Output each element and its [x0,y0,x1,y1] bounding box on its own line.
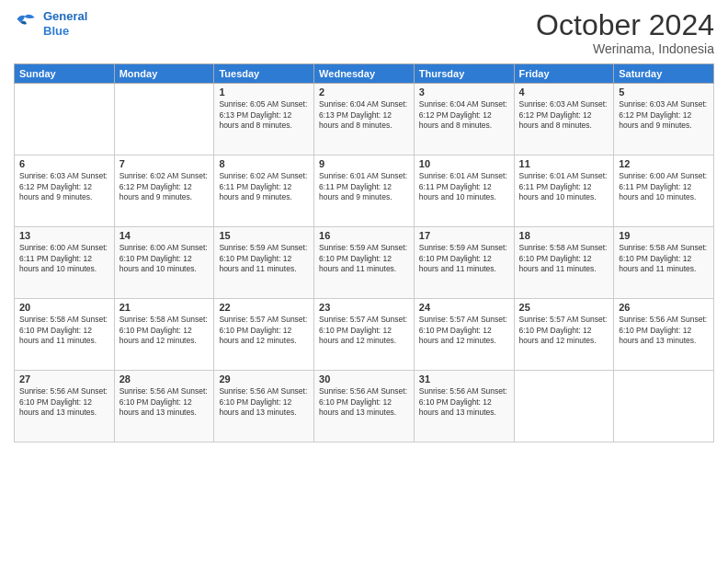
logo-general: General [43,9,87,23]
day-number: 18 [519,230,609,241]
day-cell: 29Sunrise: 5:56 AM Sunset: 6:10 PM Dayli… [214,371,314,442]
day-number: 9 [319,158,409,169]
column-header-saturday: Saturday [614,64,714,84]
day-info: Sunrise: 6:01 AM Sunset: 6:11 PM Dayligh… [519,171,609,202]
day-cell: 30Sunrise: 5:56 AM Sunset: 6:10 PM Dayli… [314,371,415,442]
day-number: 21 [119,302,210,313]
day-number: 11 [519,158,609,169]
day-info: Sunrise: 6:04 AM Sunset: 6:13 PM Dayligh… [319,99,409,131]
day-info: Sunrise: 5:56 AM Sunset: 6:10 PM Dayligh… [219,386,309,418]
day-cell: 4Sunrise: 6:03 AM Sunset: 6:12 PM Daylig… [514,84,614,155]
day-number: 22 [219,302,309,313]
day-number: 28 [119,373,210,385]
day-info: Sunrise: 5:57 AM Sunset: 6:10 PM Dayligh… [319,315,409,346]
day-number: 29 [219,373,309,385]
column-header-tuesday: Tuesday [214,64,314,84]
day-number: 5 [619,86,709,98]
logo: General Blue [14,9,87,38]
day-info: Sunrise: 6:04 AM Sunset: 6:12 PM Dayligh… [419,99,509,131]
logo-icon [14,11,40,37]
day-cell: 12Sunrise: 6:00 AM Sunset: 6:11 PM Dayli… [614,155,714,227]
calendar-table: SundayMondayTuesdayWednesdayThursdayFrid… [14,63,714,442]
day-info: Sunrise: 5:57 AM Sunset: 6:10 PM Dayligh… [519,315,609,346]
day-number: 17 [419,230,509,241]
day-cell: 26Sunrise: 5:56 AM Sunset: 6:10 PM Dayli… [614,299,714,371]
day-info: Sunrise: 5:56 AM Sunset: 6:10 PM Dayligh… [619,315,709,346]
day-cell: 9Sunrise: 6:01 AM Sunset: 6:11 PM Daylig… [314,155,415,227]
day-cell: 2Sunrise: 6:04 AM Sunset: 6:13 PM Daylig… [314,84,415,155]
column-header-wednesday: Wednesday [314,64,415,84]
day-number: 24 [419,302,509,313]
day-info: Sunrise: 5:56 AM Sunset: 6:10 PM Dayligh… [19,386,109,418]
day-info: Sunrise: 5:58 AM Sunset: 6:10 PM Dayligh… [619,243,709,274]
day-number: 20 [19,302,109,313]
day-info: Sunrise: 5:59 AM Sunset: 6:10 PM Dayligh… [219,243,309,274]
day-info: Sunrise: 6:02 AM Sunset: 6:11 PM Dayligh… [219,171,309,202]
day-cell: 24Sunrise: 5:57 AM Sunset: 6:10 PM Dayli… [414,299,514,371]
day-cell: 25Sunrise: 5:57 AM Sunset: 6:10 PM Dayli… [514,299,614,371]
day-info: Sunrise: 6:00 AM Sunset: 6:11 PM Dayligh… [19,243,109,274]
day-number: 16 [319,230,409,241]
day-number: 13 [19,230,109,241]
day-cell: 3Sunrise: 6:04 AM Sunset: 6:12 PM Daylig… [414,84,514,155]
day-number: 19 [619,230,709,241]
day-info: Sunrise: 5:57 AM Sunset: 6:10 PM Dayligh… [419,315,509,346]
day-info: Sunrise: 5:57 AM Sunset: 6:10 PM Dayligh… [219,315,309,346]
day-number: 6 [19,158,109,169]
day-number: 31 [419,373,509,385]
day-number: 10 [419,158,509,169]
title-area: October 2024 Werinama, Indonesia [536,9,714,56]
day-info: Sunrise: 6:01 AM Sunset: 6:11 PM Dayligh… [419,171,509,202]
day-number: 7 [119,158,210,169]
day-number: 8 [219,158,309,169]
day-number: 4 [519,86,609,98]
day-cell: 27Sunrise: 5:56 AM Sunset: 6:10 PM Dayli… [15,371,115,442]
page: General Blue October 2024 Werinama, Indo… [0,0,728,563]
day-info: Sunrise: 5:56 AM Sunset: 6:10 PM Dayligh… [419,386,509,418]
column-header-friday: Friday [514,64,614,84]
day-cell: 21Sunrise: 5:58 AM Sunset: 6:10 PM Dayli… [114,299,214,371]
logo-blue: Blue [43,24,69,38]
day-cell: 11Sunrise: 6:01 AM Sunset: 6:11 PM Dayli… [514,155,614,227]
day-cell: 14Sunrise: 6:00 AM Sunset: 6:10 PM Dayli… [114,227,214,299]
day-info: Sunrise: 6:02 AM Sunset: 6:12 PM Dayligh… [119,171,210,202]
day-info: Sunrise: 5:56 AM Sunset: 6:10 PM Dayligh… [319,386,409,418]
day-info: Sunrise: 6:01 AM Sunset: 6:11 PM Dayligh… [319,171,409,202]
day-cell [15,84,115,155]
day-cell: 28Sunrise: 5:56 AM Sunset: 6:10 PM Dayli… [114,371,214,442]
day-info: Sunrise: 5:58 AM Sunset: 6:10 PM Dayligh… [519,243,609,274]
day-info: Sunrise: 6:05 AM Sunset: 6:13 PM Dayligh… [219,99,309,131]
day-info: Sunrise: 6:00 AM Sunset: 6:10 PM Dayligh… [119,243,210,274]
day-cell: 5Sunrise: 6:03 AM Sunset: 6:12 PM Daylig… [614,84,714,155]
column-header-sunday: Sunday [15,64,115,84]
day-cell: 1Sunrise: 6:05 AM Sunset: 6:13 PM Daylig… [214,84,314,155]
month-title: October 2024 [536,9,714,41]
day-cell: 31Sunrise: 5:56 AM Sunset: 6:10 PM Dayli… [414,371,514,442]
day-info: Sunrise: 5:56 AM Sunset: 6:10 PM Dayligh… [119,386,210,418]
day-cell: 19Sunrise: 5:58 AM Sunset: 6:10 PM Dayli… [614,227,714,299]
day-cell: 15Sunrise: 5:59 AM Sunset: 6:10 PM Dayli… [214,227,314,299]
day-number: 23 [319,302,409,313]
day-cell: 18Sunrise: 5:58 AM Sunset: 6:10 PM Dayli… [514,227,614,299]
day-number: 15 [219,230,309,241]
day-cell: 17Sunrise: 5:59 AM Sunset: 6:10 PM Dayli… [414,227,514,299]
day-info: Sunrise: 5:59 AM Sunset: 6:10 PM Dayligh… [419,243,509,274]
week-row-3: 13Sunrise: 6:00 AM Sunset: 6:11 PM Dayli… [15,227,714,299]
week-row-5: 27Sunrise: 5:56 AM Sunset: 6:10 PM Dayli… [15,371,714,442]
day-number: 25 [519,302,609,313]
header-row: SundayMondayTuesdayWednesdayThursdayFrid… [15,64,714,84]
column-header-thursday: Thursday [414,64,514,84]
day-number: 26 [619,302,709,313]
day-info: Sunrise: 5:58 AM Sunset: 6:10 PM Dayligh… [119,315,210,346]
day-info: Sunrise: 6:03 AM Sunset: 6:12 PM Dayligh… [519,99,609,131]
day-cell [514,371,614,442]
day-cell: 20Sunrise: 5:58 AM Sunset: 6:10 PM Dayli… [15,299,115,371]
day-number: 30 [319,373,409,385]
day-number: 12 [619,158,709,169]
day-cell: 10Sunrise: 6:01 AM Sunset: 6:11 PM Dayli… [414,155,514,227]
day-info: Sunrise: 6:03 AM Sunset: 6:12 PM Dayligh… [19,171,109,202]
day-cell: 7Sunrise: 6:02 AM Sunset: 6:12 PM Daylig… [114,155,214,227]
day-info: Sunrise: 6:03 AM Sunset: 6:12 PM Dayligh… [619,99,709,131]
day-info: Sunrise: 5:58 AM Sunset: 6:10 PM Dayligh… [19,315,109,346]
day-cell: 23Sunrise: 5:57 AM Sunset: 6:10 PM Dayli… [314,299,415,371]
